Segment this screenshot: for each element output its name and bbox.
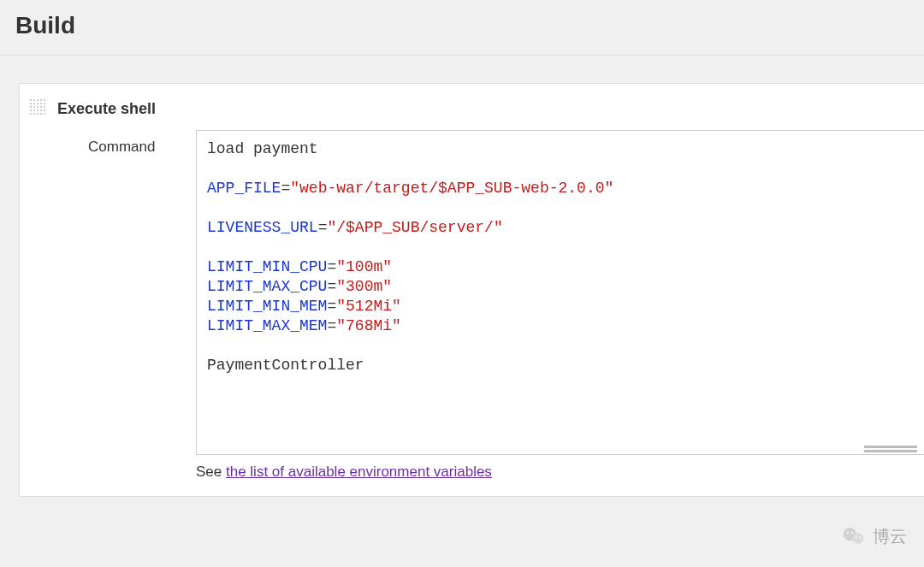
code-str: "100m" — [336, 258, 392, 275]
code-eq: = — [327, 258, 336, 275]
code-var: LIMIT_MIN_MEM — [207, 298, 327, 315]
code-str: "512Mi" — [336, 298, 401, 315]
code-eq: = — [281, 180, 290, 197]
code-var: LIVENESS_URL — [207, 219, 318, 236]
code-str: "768Mi" — [336, 317, 401, 334]
hint-row: See the list of available environment va… — [20, 455, 924, 481]
watermark-text: 博云 — [873, 525, 907, 548]
code-str: /$APP_SUB — [336, 219, 419, 236]
code-str: " — [327, 219, 336, 236]
code-var: APP_FILE — [207, 180, 281, 197]
build-step-title: Execute shell — [57, 100, 156, 118]
svg-point-4 — [855, 536, 856, 538]
code-var: LIMIT_MAX_CPU — [207, 278, 327, 295]
section-title: Build — [0, 0, 924, 56]
env-vars-link[interactable]: the list of available environment variab… — [226, 464, 492, 480]
command-textarea[interactable]: load payment APP_FILE="web-war/target/$A… — [196, 130, 924, 455]
svg-point-5 — [859, 536, 861, 538]
code-eq: = — [327, 278, 336, 295]
hint-prefix: See — [196, 464, 226, 480]
code-var: LIMIT_MAX_MEM — [207, 317, 327, 334]
watermark: 博云 — [842, 524, 907, 548]
svg-point-1 — [852, 533, 863, 544]
build-step-header: Execute shell — [20, 94, 924, 130]
code-str: "300m" — [336, 278, 392, 295]
build-panel: Execute shell Command load payment APP_F… — [19, 83, 924, 497]
wechat-icon — [842, 524, 866, 548]
drag-handle-icon[interactable] — [30, 99, 49, 118]
svg-point-2 — [846, 532, 848, 534]
code-str: "web-war/target/$APP_SUB-web-2.0.0" — [290, 180, 613, 197]
code-str: /server/ — [419, 219, 493, 236]
code-eq: = — [327, 298, 336, 315]
code-str: " — [494, 219, 503, 236]
code-line-8: PaymentController — [207, 357, 364, 374]
command-field-row: Command load payment APP_FILE="web-war/t… — [20, 130, 924, 455]
code-eq: = — [318, 219, 328, 236]
svg-point-3 — [851, 532, 853, 534]
code-line-1: load payment — [207, 140, 318, 157]
command-label: Command — [88, 130, 196, 156]
code-eq: = — [327, 317, 336, 334]
code-var: LIMIT_MIN_CPU — [207, 258, 327, 275]
resize-grip-icon[interactable] — [864, 446, 917, 452]
